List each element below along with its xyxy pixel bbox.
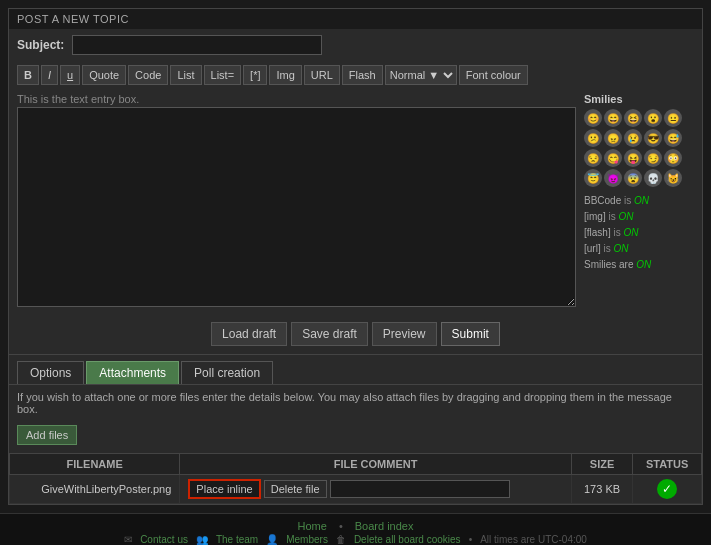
- smiley-icon[interactable]: 😳: [664, 149, 682, 167]
- editor-smilies-row: This is the text entry box. Smilies 😊😄😆😮…: [9, 89, 702, 314]
- draft-row: Load draft Save draft Preview Submit: [9, 314, 702, 354]
- attach-info: If you wish to attach one or more files …: [9, 384, 702, 421]
- smiley-icon[interactable]: 😏: [644, 149, 662, 167]
- team-icon: 👥: [196, 534, 208, 545]
- members-icon: 👤: [266, 534, 278, 545]
- list-ordered-button[interactable]: List=: [204, 65, 242, 85]
- flash-button[interactable]: Flash: [342, 65, 383, 85]
- smiley-icon[interactable]: 😄: [604, 109, 622, 127]
- smiley-icon[interactable]: 😮: [644, 109, 662, 127]
- quote-button[interactable]: Quote: [82, 65, 126, 85]
- smiley-icon[interactable]: 😝: [624, 149, 642, 167]
- col-filename: FILENAME: [10, 454, 180, 475]
- footer: Home • Board index ✉ Contact us 👥 The te…: [0, 513, 711, 545]
- list-button[interactable]: List: [170, 65, 201, 85]
- code-button[interactable]: Code: [128, 65, 168, 85]
- file-actions-cell: Place inline Delete file: [180, 475, 571, 504]
- contact-us-link[interactable]: Contact us: [140, 534, 188, 545]
- subject-row: Subject:: [9, 29, 702, 61]
- message-textarea[interactable]: [17, 107, 576, 307]
- tab-options[interactable]: Options: [17, 361, 84, 384]
- smiley-icon[interactable]: 😕: [584, 129, 602, 147]
- smilies-panel: Smilies 😊😄😆😮😐😕😠😢😎😅😒😋😝😏😳😇😈😨💀😺 BBCode is O…: [584, 93, 694, 310]
- col-size: SIZE: [571, 454, 632, 475]
- contact-icon: ✉: [124, 534, 132, 545]
- smiley-icon[interactable]: 😺: [664, 169, 682, 187]
- smiley-icon[interactable]: 😇: [584, 169, 602, 187]
- bbcode-info: BBCode is ON [img] is ON [flash] is ON […: [584, 193, 694, 273]
- members-link[interactable]: Members: [286, 534, 328, 545]
- load-draft-button[interactable]: Load draft: [211, 322, 287, 346]
- col-file-comment: FILE COMMENT: [180, 454, 571, 475]
- smiley-icon[interactable]: 😠: [604, 129, 622, 147]
- tab-attachments[interactable]: Attachments: [86, 361, 179, 384]
- smiley-icon[interactable]: 😎: [644, 129, 662, 147]
- font-colour-button[interactable]: Font colour: [459, 65, 528, 85]
- subject-input[interactable]: [72, 35, 322, 55]
- place-inline-button[interactable]: Place inline: [188, 479, 260, 499]
- underline-button[interactable]: u: [60, 65, 80, 85]
- text-entry-label: This is the text entry box.: [17, 93, 576, 105]
- file-comment-input[interactable]: [330, 480, 510, 498]
- smiley-icon[interactable]: 😈: [604, 169, 622, 187]
- img-button[interactable]: Img: [269, 65, 301, 85]
- smiley-icon[interactable]: 😢: [624, 129, 642, 147]
- smiley-icon[interactable]: 😊: [584, 109, 602, 127]
- delete-icon: 🗑: [336, 534, 346, 545]
- the-team-link[interactable]: The team: [216, 534, 258, 545]
- timezone-text: All times are UTC-04:00: [480, 534, 587, 545]
- smiley-icon[interactable]: 😅: [664, 129, 682, 147]
- smiley-icon[interactable]: 😋: [604, 149, 622, 167]
- smilies-grid: 😊😄😆😮😐😕😠😢😎😅😒😋😝😏😳😇😈😨💀😺: [584, 109, 694, 187]
- footer-links: ✉ Contact us 👥 The team 👤 Members 🗑 Dele…: [124, 534, 587, 545]
- file-size-cell: 173 KB: [571, 475, 632, 504]
- smiley-icon[interactable]: 😐: [664, 109, 682, 127]
- font-size-select[interactable]: Normal ▼: [385, 65, 457, 85]
- save-draft-button[interactable]: Save draft: [291, 322, 368, 346]
- file-name-cell: GiveWithLibertyPoster.png: [10, 475, 180, 504]
- delete-file-button[interactable]: Delete file: [264, 480, 327, 498]
- footer-board-index-link[interactable]: Board index: [355, 520, 414, 532]
- editor-area: This is the text entry box.: [17, 93, 576, 310]
- file-table: FILENAME FILE COMMENT SIZE STATUS GiveWi…: [9, 453, 702, 504]
- tabs-row: Options Attachments Poll creation: [9, 354, 702, 384]
- toolbar: B I u Quote Code List List= [*] Img URL …: [9, 61, 702, 89]
- status-icon: ✓: [657, 479, 677, 499]
- smilies-title: Smilies: [584, 93, 694, 105]
- tab-poll-creation[interactable]: Poll creation: [181, 361, 273, 384]
- table-row: GiveWithLibertyPoster.png Place inline D…: [10, 475, 702, 504]
- delete-cookies-link[interactable]: Delete all board cookies: [354, 534, 461, 545]
- smiley-icon[interactable]: 💀: [644, 169, 662, 187]
- submit-button[interactable]: Submit: [441, 322, 500, 346]
- add-files-button[interactable]: Add files: [17, 425, 77, 445]
- post-header: POST A NEW TOPIC: [9, 9, 702, 29]
- preview-button[interactable]: Preview: [372, 322, 437, 346]
- italic-button[interactable]: I: [41, 65, 58, 85]
- url-button[interactable]: URL: [304, 65, 340, 85]
- col-status: STATUS: [633, 454, 702, 475]
- table-button[interactable]: [*]: [243, 65, 267, 85]
- file-status-cell: ✓: [633, 475, 702, 504]
- subject-label: Subject:: [17, 38, 64, 52]
- smiley-icon[interactable]: 😨: [624, 169, 642, 187]
- footer-home-link[interactable]: Home: [298, 520, 327, 532]
- smiley-icon[interactable]: 😒: [584, 149, 602, 167]
- smiley-icon[interactable]: 😆: [624, 109, 642, 127]
- bold-button[interactable]: B: [17, 65, 39, 85]
- footer-nav: Home • Board index: [298, 520, 414, 532]
